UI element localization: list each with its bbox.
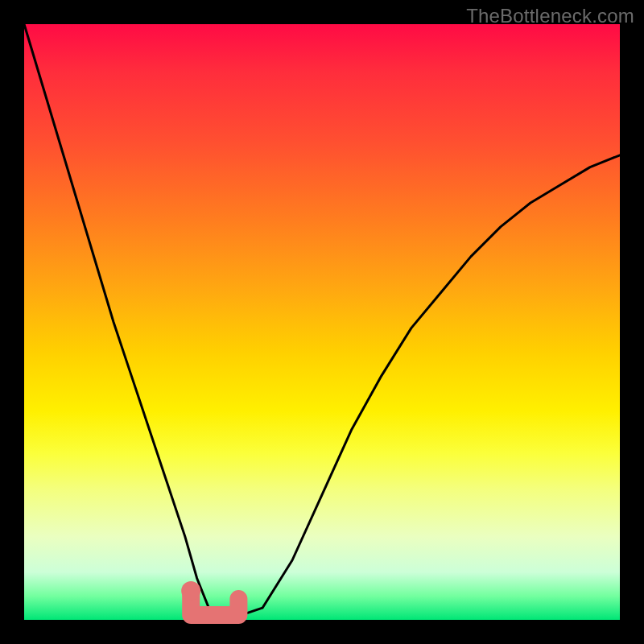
chart-container: TheBottleneck.com: [0, 0, 644, 644]
optimal-range-marker: [191, 596, 238, 615]
plot-area: [24, 24, 620, 620]
optimal-range-dot: [181, 581, 200, 601]
bottleneck-curve: [24, 24, 620, 620]
bottleneck-curve-svg: [24, 24, 620, 620]
